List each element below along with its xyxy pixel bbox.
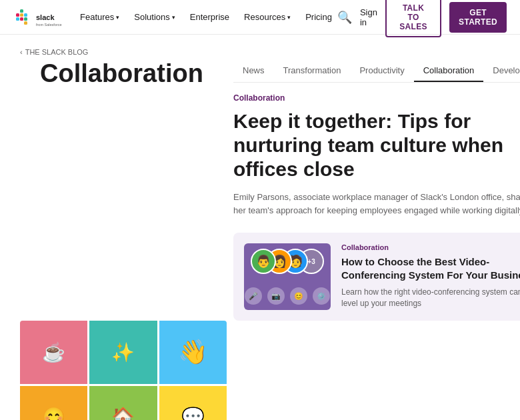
nav-resources[interactable]: Resources ▾: [239, 8, 296, 26]
svg-rect-8: [24, 21, 27, 25]
nav-features[interactable]: Features ▾: [75, 8, 125, 26]
page-header: Collaboration News Transformation Produc…: [0, 60, 520, 321]
grid-cell-stars: ✨: [89, 321, 157, 384]
main-article: Collaboration Keep it together: Tips for…: [233, 93, 520, 321]
breadcrumb-arrow-icon: ‹: [20, 48, 23, 56]
svg-rect-4: [20, 13, 23, 17]
svg-text:from Salesforce: from Salesforce: [36, 23, 62, 27]
main-article-title: Keep it together: Tips for nurturing tea…: [233, 109, 520, 181]
tab-transformation[interactable]: Transformation: [274, 60, 351, 82]
secondary-card-text: Collaboration How to Choose the Best Vid…: [341, 243, 520, 309]
slack-logo[interactable]: slack from Salesforce: [13, 7, 67, 28]
breadcrumb-text[interactable]: THE SLACK BLOG: [25, 48, 89, 56]
solutions-chevron-icon: ▾: [172, 14, 175, 21]
mic-icon: 🎤: [245, 287, 262, 305]
grid-cell-smile: 😊: [20, 386, 87, 420]
features-chevron-icon: ▾: [116, 14, 119, 21]
tab-news[interactable]: News: [233, 60, 274, 82]
grid-cell-wave: 👋: [159, 321, 227, 384]
camera-icon: 📷: [267, 287, 285, 305]
secondary-article-description: Learn how the right video-conferencing s…: [341, 287, 520, 309]
avatar-group: 👨 👩 🧑 +3: [251, 249, 324, 278]
tab-collaboration[interactable]: Collaboration: [414, 60, 484, 82]
secondary-article-title: How to Choose the Best Video-Conferencin…: [341, 255, 520, 281]
header-right: News Transformation Productivity Collabo…: [227, 60, 520, 321]
emoji-icon: 😊: [290, 287, 307, 305]
nav-enterprise[interactable]: Enterprise: [185, 8, 235, 26]
image-grid: ☕ ✨ 👋 😊 🏠 💬 🎂 🍺 👴: [20, 321, 227, 420]
tab-productivity[interactable]: Productivity: [350, 60, 413, 82]
image-grid-wrapper: ☕ ✨ 👋 😊 🏠 💬 🎂 🍺 👴: [0, 321, 520, 420]
svg-rect-5: [20, 17, 23, 21]
main-article-description: Emily Parsons, associate workplace manag…: [233, 191, 520, 217]
talk-to-sales-button[interactable]: TALK TO SALES: [385, 0, 441, 37]
grid-cell-house: 🏠: [89, 386, 157, 420]
secondary-article-card[interactable]: 👨 👩 🧑 +3 🎤 📷 😊 ⚙️: [233, 233, 520, 321]
nav-links: Features ▾ Solutions ▾ Enterprise Resour…: [75, 8, 337, 26]
page-title: Collaboration: [20, 60, 213, 101]
sign-in-link[interactable]: Sign in: [360, 7, 377, 27]
avatar-1: 👨: [251, 249, 276, 274]
grid-cell-coffee: ☕: [20, 321, 87, 384]
nav-right: 🔍 Sign in TALK TO SALES GET STARTED: [337, 0, 507, 37]
grid-cell-speech: 💬: [159, 386, 227, 420]
header-left: Collaboration: [0, 60, 227, 321]
settings-icon: ⚙️: [313, 287, 330, 305]
secondary-article-tag[interactable]: Collaboration: [341, 243, 520, 251]
breadcrumb: ‹ THE SLACK BLOG: [0, 35, 520, 60]
navigation: slack from Salesforce Features ▾ Solutio…: [0, 0, 520, 35]
svg-rect-3: [20, 9, 23, 13]
get-started-button[interactable]: GET STARTED: [449, 2, 507, 33]
nav-solutions[interactable]: Solutions ▾: [129, 8, 180, 26]
resources-chevron-icon: ▾: [287, 14, 291, 21]
main-article-tag[interactable]: Collaboration: [233, 93, 520, 103]
svg-rect-7: [24, 17, 27, 21]
card-action-icons: 🎤 📷 😊 ⚙️: [245, 287, 330, 305]
category-tabs: News Transformation Productivity Collabo…: [233, 60, 520, 83]
secondary-card-image: 👨 👩 🧑 +3 🎤 📷 😊 ⚙️: [244, 243, 331, 310]
search-icon[interactable]: 🔍: [337, 10, 352, 25]
svg-rect-6: [24, 13, 27, 17]
nav-pricing[interactable]: Pricing: [300, 8, 337, 26]
svg-rect-0: [13, 7, 33, 27]
svg-rect-2: [16, 17, 19, 21]
svg-rect-1: [16, 13, 19, 17]
tab-developers[interactable]: Developers: [483, 60, 520, 82]
svg-text:slack: slack: [36, 13, 55, 21]
